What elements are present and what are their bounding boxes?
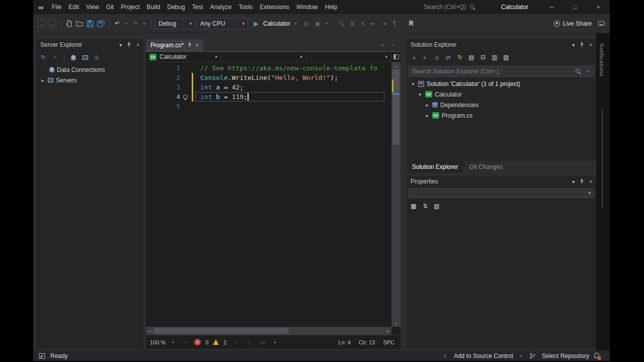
chevron-down-icon[interactable]: ▾ xyxy=(293,19,299,28)
forward-icon[interactable]: ▸ xyxy=(421,53,430,62)
back-icon[interactable]: ◂ xyxy=(409,53,418,62)
save-icon[interactable] xyxy=(86,19,95,28)
code-line-2[interactable]: 2 Console.WriteLine("Hello, World!"); xyxy=(146,73,391,82)
window-position-icon[interactable]: ▾ xyxy=(572,179,575,185)
menu-debug[interactable]: Debug xyxy=(164,0,188,14)
tab-solution-explorer[interactable]: Solution Explorer xyxy=(407,161,463,173)
code-line-4[interactable]: 4 int b = 119; xyxy=(146,92,391,102)
close-button[interactable]: × xyxy=(587,0,610,14)
alphabetical-icon[interactable]: ⇅ xyxy=(421,202,430,211)
notifications-tab[interactable]: Notifications xyxy=(599,43,605,76)
menu-window[interactable]: Window xyxy=(293,0,321,14)
connect-to-server-icon[interactable] xyxy=(80,53,90,62)
solution-search-box[interactable]: ▾ xyxy=(409,66,594,77)
breakpoint-margin[interactable] xyxy=(146,82,171,92)
pin-icon[interactable] xyxy=(126,42,132,48)
code-line-1[interactable]: 1 // See https://aka.ms/new-console-temp… xyxy=(146,63,391,73)
type-dropdown[interactable]: ▾ xyxy=(221,52,306,62)
scrollbar-thumb[interactable] xyxy=(392,69,399,145)
background-tasks-icon[interactable] xyxy=(37,351,46,360)
find-in-files-icon[interactable] xyxy=(337,19,346,28)
menu-file[interactable]: File xyxy=(48,0,65,14)
feedback-icon[interactable] xyxy=(597,19,606,28)
new-file-icon[interactable] xyxy=(64,19,73,28)
menu-tools[interactable]: Tools xyxy=(235,0,256,14)
undo-dropdown-icon[interactable]: ▾ xyxy=(123,19,129,28)
property-pages-icon[interactable]: ▧ xyxy=(432,202,441,211)
quick-search-box[interactable]: Search (Ctrl+Q) xyxy=(421,2,478,12)
add-connection-icon[interactable]: ⊕ xyxy=(92,53,101,62)
tab-program-cs[interactable]: Program.cs* × xyxy=(146,39,203,51)
menu-edit[interactable]: Edit xyxy=(65,0,83,14)
chevron-down-icon[interactable]: ▾ xyxy=(518,351,524,360)
save-all-icon[interactable] xyxy=(96,19,105,28)
editor-options-icon[interactable]: ◔ xyxy=(388,41,397,50)
collapse-icon[interactable]: ▾ xyxy=(411,81,416,86)
whitespace-indicator[interactable]: SPC xyxy=(383,339,394,345)
column-indicator[interactable]: Ch: 13 xyxy=(359,339,375,345)
zoom-dropdown-icon[interactable]: ▾ xyxy=(170,338,176,347)
minimize-button[interactable]: ─ xyxy=(540,0,564,14)
properties-header[interactable]: Properties ▾ × xyxy=(407,176,596,187)
uncomment-icon[interactable]: ≡ xyxy=(358,19,367,28)
select-repository-button[interactable]: Select Repository xyxy=(542,352,589,359)
solution-explorer-header[interactable]: Solution Explorer ▾ × xyxy=(407,39,596,50)
code-area[interactable]: 1 // See https://aka.ms/new-console-temp… xyxy=(146,62,391,327)
properties-icon[interactable]: ▧ xyxy=(502,53,511,62)
sync-with-active-document-icon[interactable]: ⇄ xyxy=(444,53,453,62)
active-files-dropdown-icon[interactable]: ▾ xyxy=(379,41,385,50)
code-line-5[interactable]: 5 xyxy=(146,102,391,111)
code-line-3[interactable]: 3 int a = 42; xyxy=(146,82,391,92)
expand-icon[interactable]: ▸ xyxy=(425,113,430,118)
pin-icon[interactable] xyxy=(579,179,585,185)
live-share-button[interactable]: Live Share xyxy=(554,20,592,27)
scrollbar-thumb[interactable] xyxy=(154,328,289,334)
tree-item-program-cs[interactable]: ▸ C# Program.cs xyxy=(407,110,596,121)
expand-icon[interactable]: ▸ xyxy=(425,103,430,108)
breakpoint-margin[interactable] xyxy=(146,73,171,82)
window-position-icon[interactable]: ▾ xyxy=(119,42,122,48)
start-debugging-button[interactable]: ▶ Calculator ▾ xyxy=(250,18,301,30)
bookmark-icon[interactable] xyxy=(407,19,416,28)
pin-icon[interactable] xyxy=(187,43,192,48)
error-count[interactable]: 0 xyxy=(205,339,208,345)
selected-object-dropdown[interactable]: ▾ xyxy=(409,188,594,198)
show-all-files-icon[interactable]: ▥ xyxy=(490,53,499,62)
scroll-down-icon[interactable]: ▾ xyxy=(391,320,400,327)
quick-actions-icon[interactable] xyxy=(183,95,188,99)
menu-project[interactable]: Project xyxy=(117,0,143,14)
connect-to-database-icon[interactable] xyxy=(69,53,78,62)
breakpoint-margin[interactable] xyxy=(146,63,171,73)
maximize-button[interactable]: □ xyxy=(564,0,587,14)
nest-by-file-type-icon[interactable]: ▤ xyxy=(467,53,476,62)
previous-issue-icon[interactable]: ↑ xyxy=(231,338,240,347)
menu-test[interactable]: Test xyxy=(189,0,207,14)
close-icon[interactable]: × xyxy=(136,42,139,48)
pin-icon[interactable] xyxy=(579,42,585,48)
code-editor[interactable]: 1 // See https://aka.ms/new-console-temp… xyxy=(146,62,400,327)
menu-git[interactable]: Git xyxy=(103,0,117,14)
properties-grid[interactable] xyxy=(407,213,596,349)
breakpoint-margin[interactable] xyxy=(146,92,171,102)
menu-help[interactable]: Help xyxy=(321,0,341,14)
server-explorer-header[interactable]: Server Explorer ▾ × xyxy=(36,39,143,50)
menu-build[interactable]: Build xyxy=(143,0,164,14)
show-whitespace-icon[interactable]: ¶ xyxy=(390,19,399,28)
tree-item-dependencies[interactable]: ▸ Dependencies xyxy=(407,100,596,110)
notifications-bell-button[interactable] xyxy=(594,352,600,359)
close-icon[interactable]: × xyxy=(589,179,592,185)
undo-icon[interactable]: ↶ xyxy=(113,19,122,28)
next-issue-icon[interactable]: ↓ xyxy=(245,338,254,347)
window-position-icon[interactable]: ▾ xyxy=(572,42,575,48)
stop-refresh-icon[interactable]: × xyxy=(50,53,59,62)
code-cleanup-icon[interactable]: ▱ xyxy=(258,338,267,347)
solution-search-input[interactable] xyxy=(412,68,572,75)
tab-git-changes[interactable]: Git Changes xyxy=(463,161,508,173)
home-icon[interactable]: ⌂ xyxy=(432,53,441,62)
navigate-backward-icon[interactable]: ← xyxy=(37,19,46,28)
menu-analyze[interactable]: Analyze xyxy=(207,0,235,14)
zoom-level[interactable]: 100 % xyxy=(150,339,166,345)
search-options-icon[interactable]: ▾ xyxy=(585,67,591,76)
redo-dropdown-icon[interactable]: ▾ xyxy=(141,19,147,28)
code-cleanup-dropdown-icon[interactable]: ▾ xyxy=(272,338,278,347)
